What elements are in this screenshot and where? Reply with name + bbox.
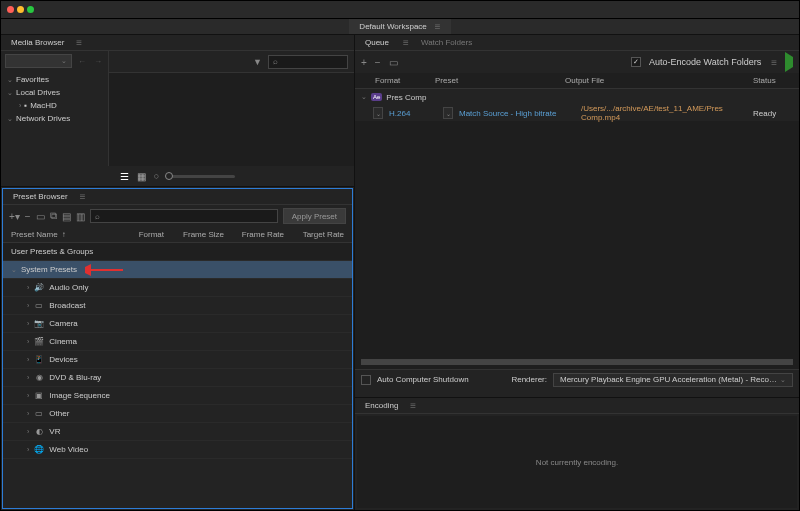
close-window-icon[interactable]: [7, 6, 14, 13]
remove-icon[interactable]: −: [375, 57, 381, 68]
renderer-select[interactable]: Mercury Playback Engine GPU Acceleration…: [553, 373, 793, 387]
preset-category[interactable]: ›▣Image Sequence: [3, 387, 352, 405]
image-icon: ▣: [33, 391, 45, 400]
export-icon[interactable]: ▥: [76, 211, 85, 222]
chevron-right-icon: ›: [27, 374, 29, 381]
preset-category-label: Image Sequence: [49, 391, 110, 400]
preset-category-label: Other: [49, 409, 69, 418]
media-tree: ⌄Favorites ⌄Local Drives ›▪MacHD ⌄Networ…: [1, 71, 108, 127]
preset-category[interactable]: ›🌐Web Video: [3, 441, 352, 459]
media-search-input[interactable]: ⌕: [268, 55, 348, 69]
apply-preset-button[interactable]: Apply Preset: [283, 208, 346, 224]
new-group-icon[interactable]: ▭: [36, 211, 45, 222]
ae-icon: Ae: [371, 93, 382, 101]
app-window: Default Workspace ≡ Media Browser ≡ ⌄ ← …: [0, 0, 800, 511]
vr-icon: ◐: [33, 427, 45, 436]
preset-category[interactable]: ›◉DVD & Blu-ray: [3, 369, 352, 387]
duplicate-icon[interactable]: ▭: [389, 57, 398, 68]
panel-menu-icon[interactable]: ≡: [76, 37, 82, 48]
user-presets-group[interactable]: User Presets & Groups: [3, 243, 352, 261]
chevron-right-icon: ›: [27, 338, 29, 345]
auto-shutdown-checkbox[interactable]: [361, 375, 371, 385]
search-icon: ⌕: [95, 212, 100, 221]
left-column: Media Browser ≡ ⌄ ← → ⌄Favorites ⌄Local …: [1, 35, 355, 510]
queue-panel: Queue ≡ Watch Folders + − ▭ ✓ Auto-Encod…: [355, 35, 799, 398]
tab-watch-folders[interactable]: Watch Folders: [417, 36, 476, 49]
preset-category[interactable]: ›📷Camera: [3, 315, 352, 333]
media-browser-tabs: Media Browser ≡: [1, 35, 354, 51]
queue-output-row[interactable]: ⌄ H.264 ⌄ Match Source - High bitrate /U…: [355, 105, 799, 121]
media-source-select[interactable]: ⌄: [5, 54, 72, 68]
tree-machd[interactable]: ›▪MacHD: [1, 99, 108, 112]
right-column: Queue ≡ Watch Folders + − ▭ ✓ Auto-Encod…: [355, 35, 799, 510]
encoding-status: Not currently encoding.: [357, 416, 797, 508]
zoom-out-icon[interactable]: ○: [154, 171, 159, 181]
search-icon: ⌕: [273, 57, 278, 66]
preset-category-label: Camera: [49, 319, 77, 328]
preset-category[interactable]: ›🔊Audio Only: [3, 279, 352, 297]
media-content: [109, 73, 354, 166]
chevron-right-icon: ›: [27, 392, 29, 399]
hamburger-icon[interactable]: ≡: [771, 57, 777, 68]
panel-menu-icon[interactable]: ≡: [80, 191, 86, 202]
preset-list: User Presets & Groups⌄System Presets›🔊Au…: [3, 243, 352, 508]
preset-category[interactable]: ›◐VR: [3, 423, 352, 441]
queue-body: ⌄ Ae Pres Comp ⌄ H.264 ⌄ Match Source - …: [355, 89, 799, 369]
panel-menu-icon[interactable]: ≡: [410, 400, 416, 411]
settings-icon[interactable]: ⧉: [50, 210, 57, 222]
tree-local-drives[interactable]: ⌄Local Drives: [1, 86, 108, 99]
format-dropdown[interactable]: ⌄: [373, 107, 383, 119]
preset-category[interactable]: ›📱Devices: [3, 351, 352, 369]
tree-favorites[interactable]: ⌄Favorites: [1, 73, 108, 86]
renderer-label: Renderer:: [511, 375, 547, 384]
preset-category-label: VR: [49, 427, 60, 436]
workspace-bar: Default Workspace ≡: [1, 19, 799, 35]
nav-forward-icon[interactable]: →: [92, 57, 104, 66]
thumb-view-icon[interactable]: ▦: [137, 171, 146, 182]
tab-queue[interactable]: Queue: [361, 36, 393, 49]
minimize-window-icon[interactable]: [17, 6, 24, 13]
preset-link[interactable]: Match Source - High bitrate: [459, 109, 577, 118]
filter-icon[interactable]: ▼: [253, 57, 262, 67]
queue-hscrollbar[interactable]: [361, 359, 793, 365]
workspace-selector[interactable]: Default Workspace ≡: [349, 19, 450, 34]
tab-encoding[interactable]: Encoding: [361, 399, 402, 412]
auto-encode-label: Auto-Encode Watch Folders: [649, 57, 761, 67]
hamburger-icon: ≡: [435, 21, 441, 32]
preset-search-input[interactable]: ⌕: [90, 209, 278, 223]
output-path-link[interactable]: /Users/.../archive/AE/test_11_AME/Pres C…: [581, 104, 749, 122]
annotation-arrow: [85, 263, 125, 279]
user-presets-label: User Presets & Groups: [11, 247, 93, 256]
auto-encode-checkbox[interactable]: ✓: [631, 57, 641, 67]
chevron-down-icon: ⌄: [7, 115, 13, 123]
sort-asc-icon[interactable]: ↑: [62, 230, 66, 239]
tree-network-drives[interactable]: ⌄Network Drives: [1, 112, 108, 125]
system-presets-group[interactable]: ⌄System Presets: [3, 261, 352, 279]
delete-preset-icon[interactable]: −: [25, 211, 31, 222]
preset-category[interactable]: ›▭Broadcast: [3, 297, 352, 315]
encoding-panel: Encoding ≡ Not currently encoding.: [355, 398, 799, 510]
panel-menu-icon[interactable]: ≡: [403, 37, 409, 48]
add-source-icon[interactable]: +: [361, 57, 367, 68]
tv-icon: ▭: [33, 301, 45, 310]
titlebar: [1, 1, 799, 19]
disc-icon: ◉: [33, 373, 45, 382]
preset-category-label: Web Video: [49, 445, 88, 454]
add-preset-icon[interactable]: +▾: [9, 211, 20, 222]
tab-media-browser[interactable]: Media Browser: [7, 36, 68, 49]
tab-preset-browser[interactable]: Preset Browser: [9, 190, 72, 203]
import-icon[interactable]: ▤: [62, 211, 71, 222]
preset-category[interactable]: ›🎬Cinema: [3, 333, 352, 351]
nav-back-icon[interactable]: ←: [76, 57, 88, 66]
media-tree-pane: ⌄ ← → ⌄Favorites ⌄Local Drives ›▪MacHD ⌄…: [1, 51, 109, 166]
preset-category[interactable]: ›▭Other: [3, 405, 352, 423]
media-browser-panel: Media Browser ≡ ⌄ ← → ⌄Favorites ⌄Local …: [1, 35, 354, 187]
thumbnail-slider[interactable]: [165, 175, 235, 178]
maximize-window-icon[interactable]: [27, 6, 34, 13]
format-link[interactable]: H.264: [389, 109, 439, 118]
start-queue-button[interactable]: [785, 57, 793, 67]
system-presets-label: System Presets: [21, 265, 77, 274]
preset-dropdown[interactable]: ⌄: [443, 107, 453, 119]
list-view-icon[interactable]: ☰: [120, 171, 129, 182]
queue-comp-row[interactable]: ⌄ Ae Pres Comp: [355, 89, 799, 105]
